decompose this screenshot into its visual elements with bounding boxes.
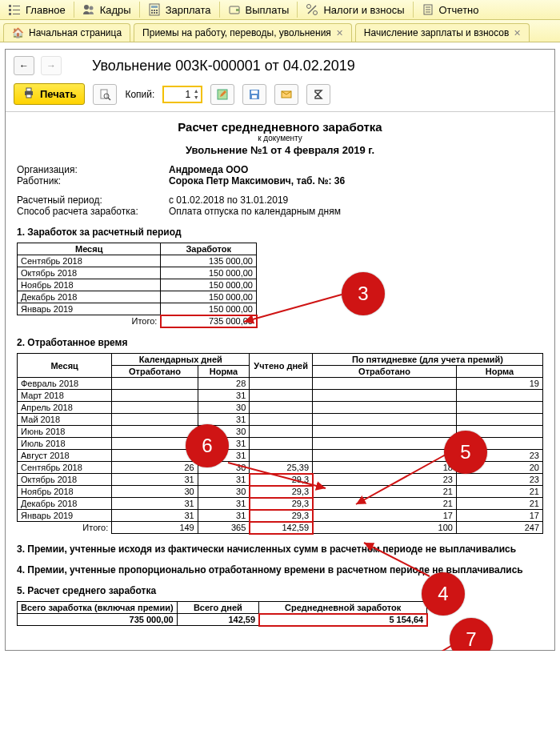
svg-rect-11	[154, 10, 155, 11]
table-cell	[250, 414, 313, 426]
preview-button[interactable]	[93, 84, 117, 105]
table-row: Июнь 2018	[18, 426, 112, 438]
menu-zarplata[interactable]: Зарплата	[140, 0, 219, 19]
forward-button[interactable]: →	[41, 56, 62, 75]
period-value: с 01.02.2018 по 31.01.2019	[169, 195, 288, 206]
spin-up[interactable]: ▲	[192, 88, 200, 94]
svg-rect-5	[13, 14, 20, 14]
save-button[interactable]	[242, 84, 266, 105]
t2-h-five: По пятидневке (для учета премий)	[313, 354, 543, 366]
period-label: Расчетный период:	[17, 195, 169, 206]
table-row: Июль 2018	[18, 438, 112, 450]
copies-spinner[interactable]: ▲ ▼	[162, 86, 202, 103]
svg-rect-0	[9, 5, 11, 7]
table-cell	[313, 414, 457, 426]
svg-rect-3	[13, 10, 20, 10]
svg-rect-27	[26, 94, 31, 98]
tab-label: Начальная страница	[29, 27, 122, 38]
table-cell: 31	[198, 474, 250, 486]
menu-otchet[interactable]: Отчетно	[414, 0, 487, 19]
menu-nalogi[interactable]: Налоги и взносы	[298, 0, 412, 19]
table-row: Апрель 2018	[18, 402, 112, 414]
table-row: Ноябрь 2018	[18, 279, 161, 291]
t3-v2: 142,59	[177, 614, 258, 626]
table-cell	[250, 438, 313, 450]
table-cell: 30	[198, 402, 250, 414]
table-cell	[250, 390, 313, 402]
table-cell	[250, 378, 313, 390]
tab-label: Приемы на работу, переводы, увольнения	[142, 27, 331, 38]
table-cell: 31	[198, 510, 250, 522]
menu-kadry[interactable]: Кадры	[74, 0, 139, 19]
table-cell: 31	[112, 510, 198, 522]
printer-icon	[22, 86, 35, 102]
earnings-table: Месяц Заработок Сентябрь 2018135 000,00О…	[17, 243, 257, 327]
annotation-3: 3	[342, 272, 385, 315]
total-value: 735 000,00	[161, 315, 257, 327]
table-cell: 150 000,00	[161, 279, 257, 291]
table-cell: 31	[112, 498, 198, 510]
edit-button[interactable]	[210, 84, 234, 105]
tab-salary[interactable]: Начисление зарплаты и взносов ✕	[355, 23, 530, 42]
table-cell	[112, 390, 198, 402]
table-cell: 150 000,00	[161, 303, 257, 315]
table-cell	[112, 378, 198, 390]
svg-line-40	[420, 644, 454, 651]
table-cell	[250, 450, 313, 462]
section-2: 2. Отработанное время	[17, 337, 543, 348]
table-row: Февраль 2018	[18, 378, 112, 390]
table-cell: 21	[313, 486, 457, 498]
report-icon	[422, 3, 434, 16]
close-icon[interactable]: ✕	[336, 28, 343, 38]
section-1: 1. Заработок за расчетный период	[17, 227, 543, 238]
svg-point-7	[89, 6, 93, 10]
table-cell	[250, 426, 313, 438]
copies-input[interactable]	[165, 88, 192, 101]
avg-table: Всего заработка (включая премии) Всего д…	[17, 601, 427, 626]
back-button[interactable]: ←	[14, 56, 34, 75]
table-cell: 365	[198, 522, 250, 534]
t3-v3: 5 154,64	[259, 614, 427, 626]
table-cell: 30	[198, 486, 250, 498]
table-cell	[456, 390, 542, 402]
svg-rect-10	[151, 10, 153, 11]
org-value: Андромеда ООО	[169, 164, 248, 175]
table-cell: 28	[198, 378, 250, 390]
t2-h-norm2: Норма	[456, 366, 542, 378]
t2-h-acc: Учтено дней	[250, 354, 313, 378]
menu-vyplaty[interactable]: Выплаты	[220, 0, 298, 19]
menu-label: Кадры	[100, 4, 131, 16]
svg-rect-33	[251, 90, 258, 94]
tab-home[interactable]: 🏠 Начальная страница	[3, 23, 130, 42]
table-row: Январь 2019	[18, 510, 112, 522]
menu-main[interactable]: Главное	[0, 0, 74, 19]
t2-h-worked1: Отработано	[112, 366, 198, 378]
bullets-icon	[8, 3, 21, 16]
table-cell	[313, 378, 457, 390]
t3-h2: Всего дней	[177, 602, 258, 614]
calc-icon	[148, 3, 161, 16]
table-cell: 29,3	[250, 498, 313, 510]
t2-h-month: Месяц	[18, 354, 112, 378]
spin-down[interactable]: ▼	[192, 94, 200, 101]
table-cell: 150 000,00	[161, 267, 257, 279]
tab-hr[interactable]: Приемы на работу, переводы, увольнения ✕	[134, 23, 352, 42]
print-button[interactable]: Печать	[14, 83, 85, 105]
table-row: Декабрь 2018	[18, 291, 161, 303]
table-cell: 21	[456, 498, 542, 510]
menu-label: Зарплата	[166, 4, 211, 16]
table-cell	[313, 390, 457, 402]
people-icon	[82, 3, 95, 16]
svg-point-6	[84, 5, 89, 10]
table-cell: 142,59	[250, 522, 313, 534]
close-icon[interactable]: ✕	[514, 28, 521, 38]
emp-label: Работник:	[17, 175, 169, 186]
table-row: Октябрь 2018	[18, 474, 112, 486]
email-button[interactable]	[274, 84, 298, 105]
table-cell: 149	[112, 522, 198, 534]
t1-h2: Заработок	[161, 243, 257, 255]
sum-button[interactable]	[306, 84, 330, 105]
t2-h-cal: Календарных дней	[112, 354, 250, 366]
total-label: Итого:	[18, 315, 161, 327]
annotation-7: 7	[450, 618, 493, 651]
